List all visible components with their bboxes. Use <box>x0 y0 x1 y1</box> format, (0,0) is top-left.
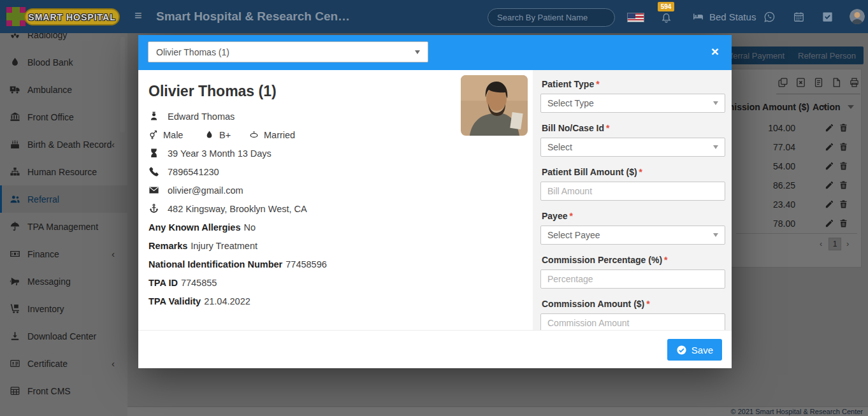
phone-row: 7896541230 <box>148 166 533 178</box>
required-marker: * <box>596 79 599 89</box>
search-input[interactable] <box>497 13 609 22</box>
whatsapp-icon[interactable] <box>763 11 776 23</box>
allergies-label: Any Known Allergies <box>148 222 240 233</box>
allergies-value: No <box>243 222 256 233</box>
hourglass-icon <box>148 148 159 159</box>
bill-amount-group: Patient Bill Amount ($)* <box>540 167 725 201</box>
nin-value: 77458596 <box>286 259 327 269</box>
bed-status-button[interactable]: Bed Status <box>691 11 756 22</box>
tpa-validity-value: 21.04.2022 <box>204 296 250 306</box>
blood-group-icon <box>205 130 214 140</box>
hospital-logo-icon <box>5 6 27 27</box>
referral-payment-form: Patient Type* Select Type Bill No/Case I… <box>533 70 732 330</box>
envelope-icon <box>148 185 159 196</box>
gender-icon <box>148 130 158 140</box>
us-flag-icon[interactable] <box>627 13 644 22</box>
required-marker: * <box>664 255 667 265</box>
address-value: 482 Kingsway, Brooklyn West, CA <box>168 204 307 214</box>
bell-icon[interactable] <box>660 11 672 24</box>
bill-no-value: Select <box>547 142 572 152</box>
patient-search <box>488 8 615 27</box>
notification-badge[interactable]: 594 <box>658 2 674 11</box>
save-button[interactable]: Save <box>667 339 722 361</box>
commission-amt-label: Commission Amount ($)* <box>542 299 725 309</box>
patient-details-panel: Olivier Thomas (1) Edward Thomas Male B+… <box>138 70 533 330</box>
calendar-icon[interactable] <box>793 11 805 23</box>
tasks-icon[interactable] <box>821 11 834 23</box>
menu-icon[interactable]: ≡ <box>134 8 142 23</box>
allergies-row: Any Known Allergies No <box>148 221 533 233</box>
payee-value: Select Payee <box>547 230 600 240</box>
guardian-value: Edward Thomas <box>168 111 235 122</box>
bill-amount-label: Patient Bill Amount ($)* <box>542 167 725 177</box>
phone-value: 7896541230 <box>168 167 219 177</box>
remarks-value: Injury Treatment <box>191 241 257 251</box>
required-marker: * <box>646 299 649 309</box>
logo[interactable]: SMART HOSPITAL <box>24 8 120 25</box>
marital-value: Married <box>264 130 295 140</box>
phone-icon <box>148 166 159 177</box>
email-row: olivier@gmail.com <box>148 184 533 196</box>
modal-body: Olivier Thomas (1) Edward Thomas Male B+… <box>138 70 732 330</box>
required-marker: * <box>639 167 642 177</box>
app-title: Smart Hospital & Research Cen… <box>156 10 350 24</box>
top-header: SMART HOSPITAL ≡ Smart Hospital & Resear… <box>0 0 868 33</box>
check-circle-icon <box>676 345 687 355</box>
remarks-label: Remarks <box>148 241 187 251</box>
required-marker: * <box>606 123 609 133</box>
gender-value: Male <box>163 130 183 140</box>
commission-pct-input[interactable] <box>540 269 725 289</box>
anchor-icon <box>148 203 159 214</box>
email-value: olivier@gmail.com <box>168 185 243 196</box>
modal-footer: Save <box>138 330 732 368</box>
tpa-id-row: TPA ID 7745855 <box>148 276 533 289</box>
nin-row: National Identification Number 77458596 <box>148 258 533 270</box>
patient-type-group: Patient Type* Select Type <box>540 79 725 113</box>
required-marker: * <box>569 211 572 221</box>
blood-group-value: B+ <box>219 130 231 140</box>
payee-group: Payee* Select Payee <box>540 211 725 245</box>
guardian-user-icon <box>148 111 159 122</box>
bed-status-label: Bed Status <box>709 11 756 22</box>
tpa-id-value: 7745855 <box>181 278 217 288</box>
tpa-validity-label: TPA Validity <box>148 296 201 306</box>
tpa-id-label: TPA ID <box>148 278 178 288</box>
modal-header: Olivier Thomas (1) × <box>138 35 732 70</box>
payee-label: Payee* <box>542 211 725 221</box>
patient-type-label: Patient Type* <box>542 79 725 89</box>
marital-ring-icon <box>249 130 259 140</box>
nin-label: National Identification Number <box>148 259 282 269</box>
patient-select-value: Olivier Thomas (1) <box>156 47 229 57</box>
close-icon[interactable]: × <box>711 42 719 61</box>
screen: Radiology Blood Bank Ambulance Front Off… <box>0 0 868 416</box>
patient-type-value: Select Type <box>547 98 594 108</box>
payee-select[interactable]: Select Payee <box>540 226 725 245</box>
age-row: 39 Year 3 Month 13 Days <box>148 147 533 159</box>
referral-payment-modal: Olivier Thomas (1) × Olivier Thomas (1) … <box>138 35 732 368</box>
patient-photo <box>461 75 528 136</box>
patient-select-dropdown[interactable]: Olivier Thomas (1) <box>148 41 428 62</box>
logo-text: SMART HOSPITAL <box>28 12 115 22</box>
commission-amt-group: Commission Amount ($)* <box>540 299 725 333</box>
user-avatar[interactable] <box>850 9 865 24</box>
age-value: 39 Year 3 Month 13 Days <box>168 148 271 159</box>
commission-pct-group: Commission Percentage (%)* <box>540 255 725 289</box>
bill-no-group: Bill No/Case Id* Select <box>540 123 725 157</box>
address-row: 482 Kingsway, Brooklyn West, CA <box>148 203 533 215</box>
bill-no-label: Bill No/Case Id* <box>542 123 725 133</box>
bill-amount-input[interactable] <box>540 182 725 201</box>
tpa-validity-row: TPA Validity 21.04.2022 <box>148 295 533 307</box>
save-button-label: Save <box>691 345 713 355</box>
bed-icon <box>691 11 705 22</box>
commission-pct-label: Commission Percentage (%)* <box>542 255 725 265</box>
bill-no-select[interactable]: Select <box>540 138 725 157</box>
remarks-row: Remarks Injury Treatment <box>148 240 533 252</box>
patient-type-select[interactable]: Select Type <box>540 94 725 113</box>
